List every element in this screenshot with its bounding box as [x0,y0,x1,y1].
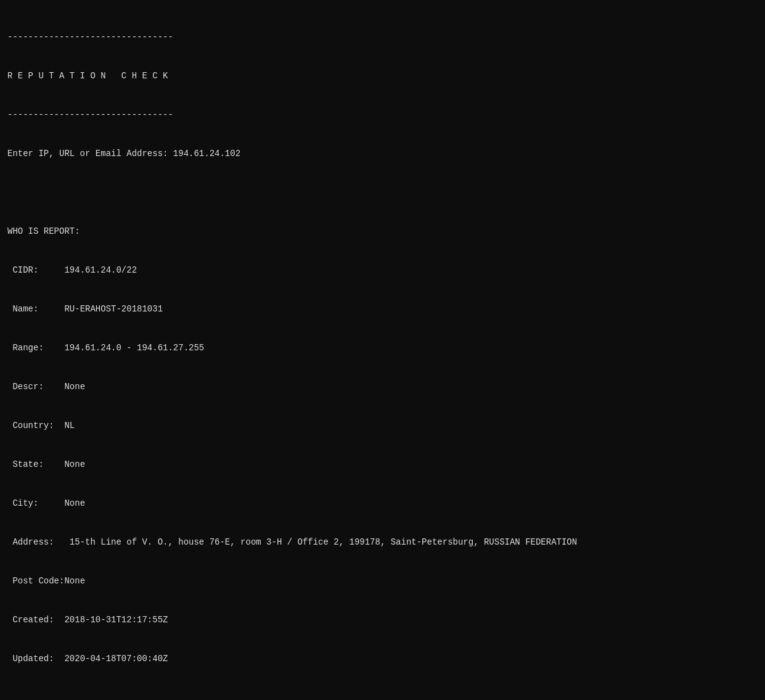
blank-line-2 [7,691,758,700]
whois-cidr: CIDR: 194.61.24.0/22 [7,264,758,277]
whois-country: Country: NL [7,419,758,432]
whois-created: Created: 2018-10-31T12:17:55Z [7,614,758,627]
terminal-output: -------------------------------- R E P U… [7,5,758,700]
header-divider-bottom: -------------------------------- [7,109,758,121]
whois-city: City: None [7,497,758,510]
blank-line-1 [7,186,758,199]
whois-name: Name: RU-ERAHOST-20181031 [7,303,758,316]
whois-updated: Updated: 2020-04-18T07:00:40Z [7,653,758,665]
whois-postcode: Post Code:None [7,575,758,588]
whois-state: State: None [7,458,758,471]
whois-descr: Descr: None [7,381,758,393]
whois-header: WHO IS REPORT: [7,225,758,238]
title: R E P U T A T I O N C H E C K [7,70,758,83]
whois-address: Address: 15-th Line of V. O., house 76-E… [7,536,758,549]
prompt-line: Enter IP, URL or Email Address: 194.61.2… [7,147,758,160]
prompt-value: 194.61.24.102 [173,149,240,159]
prompt-label: Enter IP, URL or Email Address: [7,149,168,159]
whois-range: Range: 194.61.24.0 - 194.61.27.255 [7,342,758,355]
header-divider-top: -------------------------------- [7,31,758,44]
